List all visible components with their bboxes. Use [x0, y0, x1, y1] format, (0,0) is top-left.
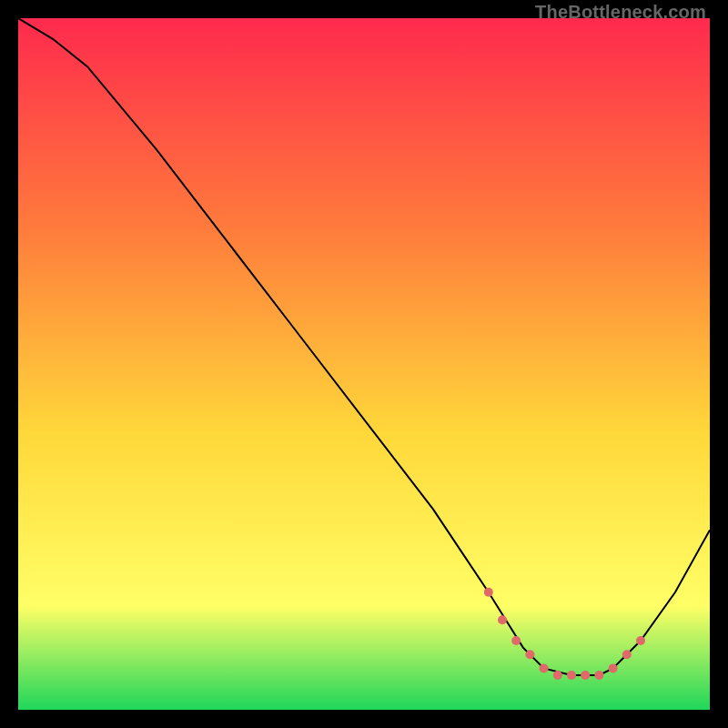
highlight-dot	[511, 636, 521, 645]
highlight-dot	[581, 671, 590, 680]
highlight-dot	[567, 671, 576, 680]
highlight-dot	[553, 671, 562, 680]
gradient-background	[18, 18, 710, 710]
highlight-dot	[498, 615, 507, 624]
chart-frame	[18, 18, 710, 710]
chart-canvas	[18, 18, 710, 710]
highlight-dot	[594, 671, 603, 680]
highlight-dot	[622, 650, 632, 659]
highlight-dot	[540, 663, 549, 672]
highlight-dot	[636, 636, 645, 645]
highlight-dot	[525, 650, 534, 659]
highlight-dot	[484, 588, 493, 597]
watermark-text: TheBottleneck.com	[535, 2, 706, 23]
highlight-dot	[609, 663, 618, 672]
